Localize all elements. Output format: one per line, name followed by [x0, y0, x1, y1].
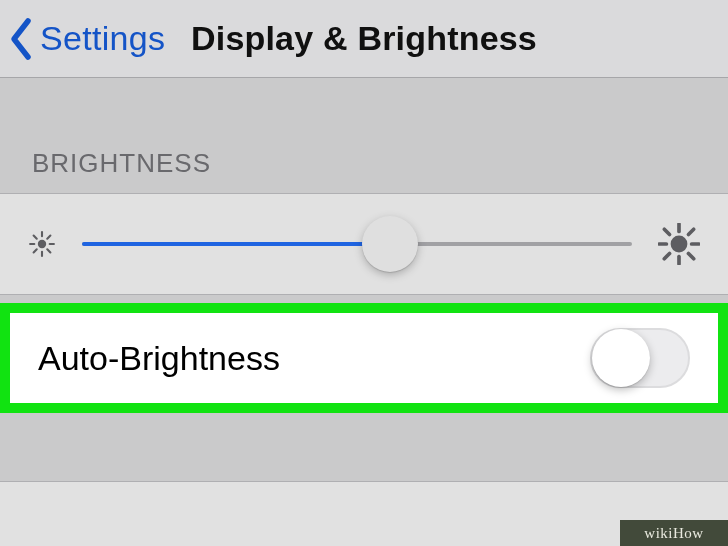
svg-point-0: [38, 240, 46, 248]
brightness-slider[interactable]: [82, 214, 632, 274]
svg-line-17: [688, 229, 693, 234]
watermark: wikiHow: [620, 520, 728, 546]
next-section-row: [0, 481, 728, 546]
spacer: [0, 78, 728, 148]
nav-bar: Settings Display & Brightness: [0, 0, 728, 78]
toggle-knob: [592, 329, 650, 387]
svg-line-6: [47, 249, 50, 252]
gap: [0, 295, 728, 303]
auto-brightness-label: Auto-Brightness: [38, 339, 280, 378]
chevron-left-icon: [10, 17, 34, 61]
brightness-slider-row: [0, 193, 728, 295]
sun-high-icon: [658, 223, 700, 265]
svg-line-8: [47, 236, 50, 239]
highlight-auto-brightness: Auto-Brightness: [0, 303, 728, 413]
svg-line-14: [664, 229, 669, 234]
slider-thumb[interactable]: [362, 216, 418, 272]
auto-brightness-toggle[interactable]: [590, 328, 690, 388]
svg-point-9: [671, 236, 688, 253]
slider-track-fill: [82, 242, 390, 246]
back-label: Settings: [40, 19, 165, 58]
back-button[interactable]: Settings: [10, 17, 165, 61]
svg-line-16: [664, 253, 669, 258]
svg-line-7: [34, 249, 37, 252]
svg-line-15: [688, 253, 693, 258]
sun-low-icon: [28, 230, 56, 258]
section-header-brightness: BRIGHTNESS: [0, 148, 728, 193]
svg-line-5: [34, 236, 37, 239]
auto-brightness-row: Auto-Brightness: [10, 313, 718, 403]
